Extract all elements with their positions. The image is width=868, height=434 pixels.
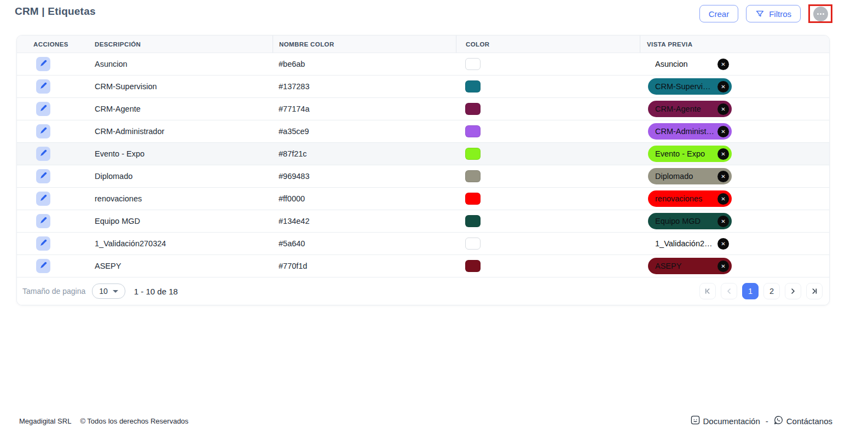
actions-cell — [17, 169, 91, 183]
chip-close-button[interactable]: ✕ — [717, 171, 729, 182]
color-name-text: #134e42 — [273, 217, 456, 225]
chip-label: Asuncion — [655, 60, 714, 68]
pencil-icon — [39, 239, 47, 248]
actions-cell — [17, 259, 91, 273]
pencil-icon — [39, 262, 47, 271]
edit-button[interactable] — [36, 259, 50, 273]
chip-close-button[interactable]: ✕ — [717, 148, 729, 160]
color-cell — [456, 238, 640, 250]
preview-chip: 1_Validación270324 ✕ — [648, 235, 732, 252]
color-swatch — [465, 80, 481, 92]
description-text: renovaciones — [91, 194, 273, 203]
documentation-link[interactable]: Documentación — [691, 415, 760, 426]
column-header-acciones: ACCIONES — [17, 36, 91, 53]
edit-button[interactable] — [36, 57, 50, 71]
pencil-icon — [39, 172, 47, 181]
preview-chip: Equipo MGD ✕ — [648, 213, 732, 229]
page-2-button[interactable]: 2 — [763, 283, 780, 299]
preview-chip: ASEPY ✕ — [648, 258, 732, 274]
footer-separator: - — [766, 416, 768, 426]
preview-chip: Evento - Expo ✕ — [648, 146, 732, 162]
chip-close-button[interactable]: ✕ — [717, 216, 729, 227]
description-text: Asuncion — [91, 60, 273, 68]
crear-button-label: Crear — [709, 9, 730, 19]
first-page-button[interactable] — [699, 283, 716, 299]
edit-button[interactable] — [36, 102, 50, 116]
action-highlight-box — [808, 4, 832, 23]
chevron-down-icon — [113, 290, 118, 293]
description-text: Equipo MGD — [91, 217, 273, 225]
color-name-text: #77174a — [273, 105, 456, 113]
table-body: Asuncion #be6ab Asuncion ✕ — [17, 53, 829, 277]
edit-button[interactable] — [36, 147, 50, 161]
description-text: Diplomado — [91, 172, 273, 181]
close-icon: ✕ — [721, 103, 725, 115]
color-swatch — [465, 215, 481, 227]
footer-left: Megadigital SRL © Todos los derechos Res… — [19, 417, 188, 425]
pencil-icon — [39, 217, 47, 226]
chip-label: Evento - Expo — [655, 149, 714, 158]
color-cell — [456, 148, 640, 160]
last-page-button[interactable] — [806, 283, 823, 299]
chip-label: CRM-Administrador — [655, 127, 714, 136]
chip-close-button[interactable]: ✕ — [717, 126, 729, 137]
filtros-button[interactable]: Filtros — [746, 5, 801, 22]
actions-cell — [17, 124, 91, 138]
color-name-text: #5a640 — [273, 239, 456, 248]
edit-button[interactable] — [36, 236, 50, 251]
color-swatch — [465, 125, 481, 137]
table-row: 1_Validación270324 #5a640 1_Validación27… — [17, 232, 829, 254]
edit-button[interactable] — [36, 79, 50, 94]
actions-cell — [17, 147, 91, 161]
color-cell — [456, 170, 640, 182]
column-header-nombre-color: NOMBRE COLOR — [273, 36, 456, 53]
preview-cell: Diplomado ✕ — [640, 168, 829, 184]
chip-label: CRM-Supervision — [655, 82, 714, 91]
page-size-value: 10 — [99, 287, 108, 296]
description-text: ASEPY — [91, 262, 273, 270]
close-icon: ✕ — [721, 238, 725, 250]
chevron-left-icon — [725, 287, 733, 296]
more-options-button[interactable] — [813, 7, 828, 21]
page-size-select[interactable]: 10 — [92, 283, 125, 299]
funnel-icon — [755, 9, 765, 19]
chevron-right-icon — [789, 287, 797, 296]
chip-label: renovaciones — [655, 194, 714, 203]
chip-close-button[interactable]: ✕ — [717, 103, 729, 115]
contact-link[interactable]: Contáctanos — [774, 415, 832, 426]
toolbar: Crear Filtros — [699, 4, 832, 23]
color-name-text: #be6ab — [273, 60, 456, 68]
table-row: renovaciones #ff0000 renovaciones ✕ — [17, 187, 829, 210]
close-icon: ✕ — [721, 216, 725, 227]
color-cell — [456, 193, 640, 205]
chip-close-button[interactable]: ✕ — [717, 193, 729, 205]
color-name-text: #770f1d — [273, 262, 456, 270]
column-header-descripcion: DESCRIPCIÓN — [91, 36, 273, 53]
description-text: CRM-Administrador — [91, 127, 273, 136]
table-row: Asuncion #be6ab Asuncion ✕ — [17, 53, 829, 75]
prev-page-button[interactable] — [721, 283, 737, 299]
crear-button[interactable]: Crear — [699, 5, 739, 22]
page-title: CRM | Etiquetas — [15, 4, 96, 18]
edit-button[interactable] — [36, 214, 50, 228]
footer-right: Documentación - Contáctanos — [691, 415, 832, 426]
chip-close-button[interactable]: ✕ — [717, 261, 729, 272]
table-row: ASEPY #770f1d ASEPY ✕ — [17, 254, 829, 277]
color-name-text: #87f21c — [273, 149, 456, 158]
description-text: CRM-Agente — [91, 105, 273, 113]
preview-chip: Diplomado ✕ — [648, 168, 732, 184]
edit-button[interactable] — [36, 169, 50, 183]
etiquetas-table-card: ACCIONES DESCRIPCIÓN NOMBRE COLOR COLOR … — [16, 35, 830, 305]
actions-cell — [17, 79, 91, 94]
page-1-button[interactable]: 1 — [742, 283, 759, 299]
edit-button[interactable] — [36, 124, 50, 138]
chip-close-button[interactable]: ✕ — [717, 81, 729, 92]
edit-button[interactable] — [36, 192, 50, 206]
chip-close-button[interactable]: ✕ — [717, 238, 729, 250]
chip-close-button[interactable]: ✕ — [717, 59, 729, 70]
filtros-button-label: Filtros — [769, 9, 791, 19]
next-page-button[interactable] — [785, 283, 801, 299]
pagination-left: Tamaño de pagina 10 1 - 10 de 18 — [22, 283, 178, 299]
footer: Megadigital SRL © Todos los derechos Res… — [0, 415, 868, 426]
description-text: Evento - Expo — [91, 149, 273, 158]
